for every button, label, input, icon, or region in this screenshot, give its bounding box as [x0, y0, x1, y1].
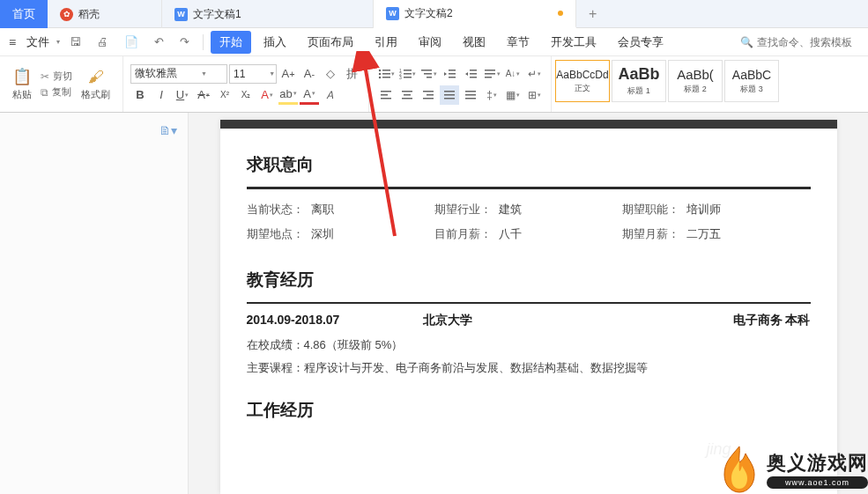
align-right-button[interactable]	[419, 85, 438, 105]
svg-rect-31	[427, 94, 434, 96]
highlight-button[interactable]: ab▾	[278, 85, 298, 105]
format-painter-icon: 🖌	[88, 68, 104, 86]
menu-reference[interactable]: 引用	[366, 31, 406, 54]
job-info-grid: 当前状态：离职 期望行业：建筑 期望职能：培训师 期望地点：深圳 目前月薪：八千…	[247, 202, 811, 242]
clear-format-button[interactable]: ◇	[321, 64, 340, 84]
edu-line: 在校成绩：4.86（班级前 5%）	[247, 337, 811, 353]
info-label: 期望行业：	[434, 202, 492, 218]
pinyin-button[interactable]: 拼	[342, 64, 361, 84]
hamburger-icon[interactable]: ≡	[5, 35, 19, 49]
underline-button[interactable]: U▾	[173, 85, 192, 105]
info-value: 八千	[499, 226, 522, 242]
site-watermark: 奥义游戏网 www.aoe1.com	[717, 445, 868, 494]
line-spacing-button[interactable]: ‡▾	[482, 85, 501, 105]
align-right-icon	[422, 89, 434, 101]
tab-home[interactable]: 首页	[0, 0, 48, 28]
redo-icon[interactable]: ↷	[174, 35, 196, 48]
info-value: 建筑	[499, 202, 522, 218]
copy-icon: ⧉	[41, 86, 48, 99]
paste-button[interactable]: 📋 粘贴	[7, 60, 37, 108]
align-left-button[interactable]	[376, 85, 396, 105]
save-icon[interactable]: 🖫	[63, 35, 87, 48]
align-justify-icon	[443, 89, 456, 101]
number-list-button[interactable]: 123▾	[397, 64, 417, 84]
section-title: 工作经历	[247, 399, 811, 422]
menu-insert[interactable]: 插入	[255, 31, 295, 54]
font-name-select[interactable]: 微软雅黑▼	[130, 64, 227, 84]
menu-devtools[interactable]: 开发工具	[542, 31, 605, 54]
menu-review[interactable]: 审阅	[410, 31, 450, 54]
cut-button[interactable]: ✂剪切	[41, 69, 72, 84]
multilevel-list-button[interactable]: ▾	[419, 64, 438, 84]
svg-rect-15	[449, 70, 456, 71]
menu-start[interactable]: 开始	[211, 31, 251, 54]
copy-label: 复制	[52, 85, 71, 99]
tab-add[interactable]: +	[576, 0, 609, 28]
font-size-select[interactable]: 11▼	[229, 64, 277, 84]
align-center-button[interactable]	[397, 85, 417, 105]
ribbon: 📋 粘贴 ✂剪切 ⧉复制 🖌 格式刷 微软雅黑▼ 11▼ A+ A- ◇ 拼 B…	[0, 56, 868, 113]
grow-font-button[interactable]: A+	[278, 64, 298, 84]
menu-chapter[interactable]: 章节	[498, 31, 538, 54]
watermark-title: 奥义游戏网	[767, 450, 868, 476]
copy-button[interactable]: ⧉复制	[41, 85, 72, 100]
info-item: 期望行业：建筑	[434, 202, 622, 218]
char-border-button[interactable]: 𝘈	[321, 85, 340, 105]
decrease-indent-button[interactable]	[440, 64, 459, 84]
shading-button[interactable]: ▦▾	[503, 85, 523, 105]
undo-icon[interactable]: ↶	[148, 35, 170, 48]
font-color-button[interactable]: A▾	[300, 85, 319, 105]
style-heading2[interactable]: AaBb(标题 2	[668, 60, 723, 102]
tab-daoke[interactable]: ✿ 稻壳	[48, 0, 162, 28]
align-left-icon	[380, 89, 392, 101]
info-item: 期望职能：培训师	[622, 202, 810, 218]
style-normal[interactable]: AaBbCcDd正文	[555, 60, 610, 102]
document-tabs: 首页 ✿ 稻壳 W 文字文稿1 W 文字文稿2 +	[0, 0, 868, 28]
search-input[interactable]	[757, 36, 863, 48]
command-search[interactable]: 🔍	[740, 36, 863, 48]
shrink-font-button[interactable]: A-	[300, 64, 319, 84]
superscript-button[interactable]: X²	[215, 85, 234, 105]
menu-view[interactable]: 视图	[454, 31, 494, 54]
subscript-button[interactable]: X₂	[236, 85, 256, 105]
print-icon[interactable]: 📄	[118, 35, 145, 48]
strike-button[interactable]: A▾	[194, 85, 213, 105]
menu-vip[interactable]: 会员专享	[609, 31, 672, 54]
distribute-button[interactable]	[461, 85, 480, 105]
menu-pagelayout[interactable]: 页面布局	[299, 31, 362, 54]
svg-rect-22	[485, 73, 495, 75]
document-icon[interactable]: 🗎▾	[159, 123, 177, 483]
border-button[interactable]: ⊞▾	[524, 85, 544, 105]
tab-doc2[interactable]: W 文字文稿2	[374, 0, 576, 28]
increase-indent-button[interactable]	[461, 64, 480, 84]
smart-align-button[interactable]: ▾	[482, 64, 501, 84]
tabstop-button[interactable]: ↵▾	[524, 64, 544, 84]
bold-button[interactable]: B	[130, 85, 150, 105]
sort-button[interactable]: A↓▾	[503, 64, 523, 84]
svg-rect-11	[404, 77, 412, 78]
align-justify-button[interactable]	[440, 85, 459, 105]
svg-rect-32	[423, 98, 434, 100]
svg-rect-14	[427, 77, 432, 78]
svg-rect-27	[402, 91, 412, 92]
svg-rect-9	[404, 73, 412, 75]
text-effect-button[interactable]: A▾	[257, 85, 277, 105]
svg-rect-25	[381, 94, 388, 96]
style-heading3[interactable]: AaBbC标题 3	[724, 60, 779, 102]
document-area[interactable]: 求职意向 当前状态：离职 期望行业：建筑 期望职能：培训师 期望地点：深圳 目前…	[189, 113, 868, 494]
paste-label: 粘贴	[12, 88, 32, 101]
separator	[203, 34, 204, 50]
info-value: 培训师	[686, 202, 721, 218]
format-painter-button[interactable]: 🖌 格式刷	[76, 60, 115, 108]
print-preview-icon[interactable]: 🖨	[91, 35, 115, 48]
file-menu[interactable]: 文件	[23, 34, 53, 50]
ribbon-font: 微软雅黑▼ 11▼ A+ A- ◇ 拼 B I U▾ A▾ X² X₂ A▾ a…	[123, 56, 369, 112]
font-size-value: 11	[234, 68, 245, 80]
tab-doc1[interactable]: W 文字文稿1	[162, 0, 374, 28]
tab-label: 稻壳	[78, 7, 100, 22]
italic-button[interactable]: I	[152, 85, 171, 105]
bullet-list-button[interactable]: ▾	[376, 64, 396, 84]
edu-major: 电子商务 本科	[679, 313, 811, 328]
style-heading1[interactable]: AaBb标题 1	[612, 60, 666, 102]
search-icon: 🔍	[740, 36, 753, 48]
